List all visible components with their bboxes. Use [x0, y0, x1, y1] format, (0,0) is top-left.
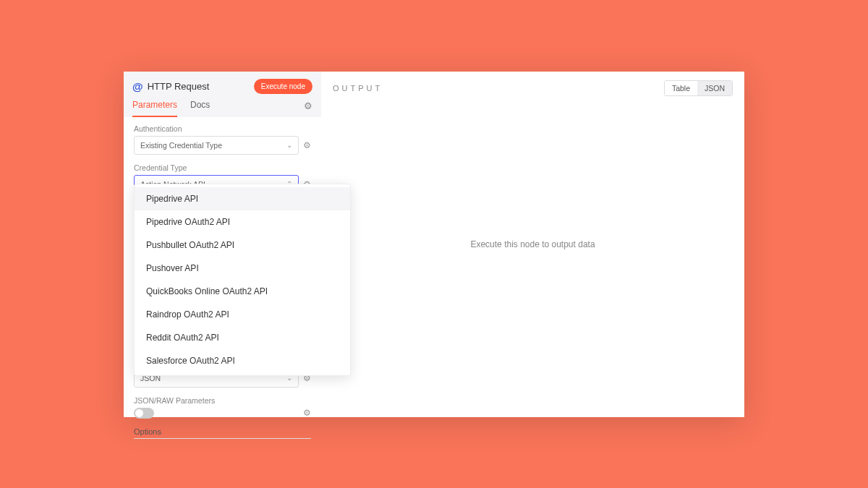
- output-panel: OUTPUT Table JSON Execute this node to o…: [321, 72, 744, 417]
- field-authentication: Authentication Existing Credential Type …: [134, 124, 311, 155]
- json-raw-label: JSON/RAW Parameters: [134, 396, 311, 405]
- credential-type-dropdown: Pipedrive API Pipedrive OAuth2 API Pushb…: [134, 184, 351, 376]
- field-json-raw: JSON/RAW Parameters ⚙: [134, 396, 311, 419]
- at-icon: @: [132, 80, 143, 93]
- view-json-button[interactable]: JSON: [697, 81, 732, 95]
- field-settings-icon[interactable]: ⚙: [303, 408, 311, 418]
- output-title: OUTPUT: [333, 84, 383, 93]
- left-panel: @ HTTP Request Execute node Parameters D…: [124, 72, 321, 417]
- dropdown-item[interactable]: Pipedrive API: [135, 187, 350, 210]
- dropdown-item[interactable]: Pushbullet OAuth2 API: [135, 234, 350, 257]
- output-header: OUTPUT Table JSON: [333, 80, 733, 96]
- execute-button[interactable]: Execute node: [254, 79, 312, 94]
- dropdown-item[interactable]: Reddit OAuth2 API: [135, 326, 350, 349]
- gear-icon[interactable]: ⚙: [304, 100, 312, 116]
- tabs: Parameters Docs: [132, 100, 210, 117]
- title-left: @ HTTP Request: [132, 80, 209, 93]
- tab-parameters[interactable]: Parameters: [132, 100, 177, 117]
- dropdown-item[interactable]: Pushover API: [135, 257, 350, 280]
- view-table-button[interactable]: Table: [665, 81, 697, 95]
- chevron-down-icon: ⌄: [286, 141, 292, 149]
- tab-docs[interactable]: Docs: [190, 100, 210, 117]
- node-title: HTTP Request: [148, 81, 210, 92]
- options-label: Options: [134, 427, 311, 439]
- title-row: @ HTTP Request Execute node: [132, 79, 312, 100]
- dropdown-item[interactable]: QuickBooks Online OAuth2 API: [135, 280, 350, 303]
- output-empty-message: Execute this node to output data: [470, 239, 595, 249]
- authentication-label: Authentication: [134, 124, 311, 133]
- dropdown-item[interactable]: Pipedrive OAuth2 API: [135, 210, 350, 234]
- dropdown-item[interactable]: Raindrop OAuth2 API: [135, 303, 350, 326]
- view-toggle: Table JSON: [664, 80, 733, 96]
- json-raw-toggle[interactable]: [134, 408, 154, 419]
- credential-type-label: Credential Type: [134, 163, 311, 172]
- authentication-value: Existing Credential Type: [140, 141, 222, 150]
- dropdown-item[interactable]: Salesforce OAuth2 API: [135, 349, 350, 372]
- authentication-select[interactable]: Existing Credential Type ⌄: [134, 136, 299, 155]
- panel-header: @ HTTP Request Execute node Parameters D…: [124, 72, 321, 117]
- parameters-body: Authentication Existing Credential Type …: [124, 117, 321, 446]
- field-settings-icon[interactable]: ⚙: [303, 140, 311, 150]
- node-editor-window: @ HTTP Request Execute node Parameters D…: [124, 72, 744, 417]
- tabs-row: Parameters Docs ⚙: [132, 100, 312, 117]
